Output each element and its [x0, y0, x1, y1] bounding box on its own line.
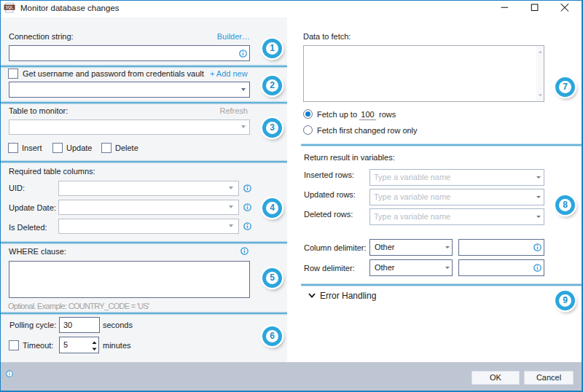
svg-text:SQL: SQL: [5, 5, 14, 9]
